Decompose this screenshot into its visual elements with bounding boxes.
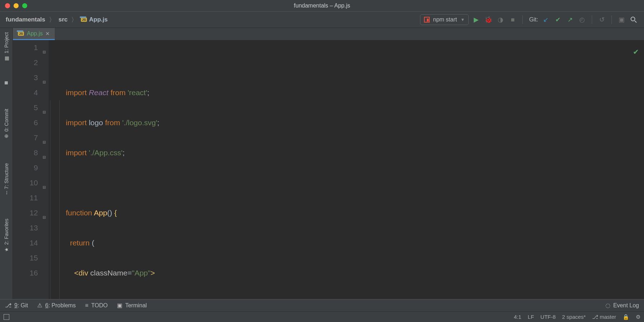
fold-icon[interactable]: ⊟ <box>41 44 46 49</box>
breadcrumb-file-label: App.js <box>89 16 108 23</box>
bottom-todo[interactable]: ≡TODO <box>85 302 108 309</box>
line-number: 2 <box>13 55 38 70</box>
branch-icon: ⎇ <box>592 314 598 320</box>
sidebar-commit-label: 0: Commit <box>4 109 9 132</box>
window-controls <box>0 3 27 8</box>
structure-icon: ⫶ <box>5 190 8 195</box>
coverage-button[interactable]: ◑ <box>496 15 505 24</box>
bottom-bar: ⎇9: Git ⚠6: Problems ≡TODO ▣Terminal ◌Ev… <box>0 299 644 311</box>
chevron-right-icon: 〉 <box>71 16 77 24</box>
line-number: 3 <box>13 70 38 85</box>
minimize-window-button[interactable] <box>14 3 19 8</box>
run-config-label: npm start <box>433 16 457 23</box>
fold-icon[interactable]: ⊟ <box>41 74 46 79</box>
ide-settings-button[interactable]: ▣ <box>617 15 626 24</box>
code-content[interactable]: import React from 'react'; import logo f… <box>49 40 644 299</box>
git-push-button[interactable]: ↗ <box>565 15 575 24</box>
git-branch[interactable]: ⎇ master <box>592 314 616 320</box>
editor-area: JS App.js ✕ 1 2 3 4 5 6 7 8 9 10 11 12 1… <box>13 28 644 299</box>
sidebar-project[interactable]: ▦1: Project <box>4 31 9 63</box>
left-sidebar: ▦1: Project ■ ⊕0: Commit ⫶7: Structure ★… <box>0 28 13 299</box>
chevron-down-icon: ▼ <box>460 17 465 22</box>
bottom-git[interactable]: ⎇9: Git <box>5 302 28 309</box>
line-number: 15 <box>13 250 38 265</box>
folder-icon[interactable]: ■ <box>4 79 8 87</box>
sidebar-commit[interactable]: ⊕0: Commit <box>4 107 9 140</box>
maximize-window-button[interactable] <box>22 3 27 8</box>
line-separator[interactable]: LF <box>528 314 534 320</box>
branch-icon: ⎇ <box>5 302 11 309</box>
sidebar-project-label: 1: Project <box>4 32 9 53</box>
fold-icon[interactable]: ⊟ <box>41 104 46 109</box>
breadcrumb-root[interactable]: fundamentals <box>6 16 45 23</box>
fold-icon[interactable]: ⊟ <box>41 150 46 155</box>
undo-button[interactable]: ↺ <box>597 15 606 24</box>
warning-icon: ⚠ <box>37 302 42 309</box>
line-number: 7 <box>13 130 38 145</box>
debug-button[interactable]: 🐞 <box>484 15 493 24</box>
line-number: 16 <box>13 265 38 280</box>
event-log-label: Event Log <box>613 302 639 309</box>
bubble-icon: ◌ <box>605 302 610 309</box>
close-tab-button[interactable]: ✕ <box>45 31 50 36</box>
bottom-terminal[interactable]: ▣Terminal <box>117 302 147 309</box>
breadcrumb[interactable]: fundamentals 〉 src 〉 JS App.js <box>6 16 108 24</box>
editor-tab-app-js[interactable]: JS App.js ✕ <box>13 28 55 40</box>
indent[interactable]: 2 spaces* <box>562 314 586 320</box>
bottom-todo-label: TODO <box>91 302 108 309</box>
code-editor[interactable]: 1 2 3 4 5 6 7 8 9 10 11 12 13 14 15 16 ⊟… <box>13 40 644 299</box>
window-title: fundamentals – App.js <box>294 3 350 9</box>
encoding[interactable]: UTF-8 <box>541 314 556 320</box>
status-bar: 4:1 LF UTF-8 2 spaces* ⎇ master 🔒 ⚙ <box>0 311 644 322</box>
inspection-ok-icon[interactable]: ✔ <box>633 44 639 59</box>
terminal-icon: ▣ <box>117 302 122 309</box>
breadcrumb-file[interactable]: JS App.js <box>81 16 108 23</box>
svg-point-0 <box>631 17 635 21</box>
history-button[interactable]: ◴ <box>577 15 587 24</box>
titlebar: fundamentals – App.js <box>0 0 644 11</box>
line-number: 8 <box>13 145 38 160</box>
lock-icon[interactable]: 🔒 <box>623 314 629 320</box>
run-button[interactable]: ▶ <box>472 15 481 24</box>
sidebar-structure[interactable]: ⫶7: Structure <box>4 162 9 195</box>
run-config-selector[interactable]: npm start ▼ <box>420 14 469 25</box>
sidebar-favorites[interactable]: ★2: Favorites <box>4 217 9 254</box>
fold-icon[interactable]: ⊟ <box>41 135 46 140</box>
line-number: 5 <box>13 100 38 115</box>
search-everywhere-button[interactable] <box>629 15 638 24</box>
sidebar-favorites-label: 2: Favorites <box>4 219 9 245</box>
line-number: 9 <box>13 160 38 175</box>
line-number: 10 <box>13 175 38 190</box>
line-number: 4 <box>13 85 38 100</box>
line-number: 13 <box>13 220 38 235</box>
js-file-icon: JS <box>81 18 87 22</box>
line-number: 12 <box>13 205 38 220</box>
git-commit-button[interactable]: ✔ <box>553 15 562 24</box>
ide-indicator-icon[interactable]: ⚙ <box>636 314 640 320</box>
search-icon <box>630 16 637 23</box>
npm-icon <box>424 17 430 23</box>
line-number: 6 <box>13 115 38 130</box>
svg-line-1 <box>635 21 636 23</box>
tab-label: App.js <box>27 30 43 37</box>
event-log[interactable]: ◌Event Log <box>605 302 639 309</box>
bottom-problems[interactable]: ⚠6: Problems <box>37 302 75 309</box>
fold-icon[interactable]: ⊟ <box>41 180 46 185</box>
commit-icon: ⊕ <box>4 133 9 139</box>
breadcrumb-dir[interactable]: src <box>59 16 68 23</box>
gutter[interactable]: 1 2 3 4 5 6 7 8 9 10 11 12 13 14 15 16 ⊟… <box>13 40 49 299</box>
close-window-button[interactable] <box>5 3 10 8</box>
tool-window-toggle[interactable] <box>4 314 9 320</box>
toolbar: fundamentals 〉 src 〉 JS App.js npm start… <box>0 11 644 28</box>
line-number: 1 <box>13 40 38 55</box>
stop-button[interactable]: ■ <box>508 15 517 24</box>
caret-position[interactable]: 4:1 <box>514 314 521 320</box>
js-file-icon: JS <box>18 31 24 36</box>
sidebar-structure-label: 7: Structure <box>4 163 9 189</box>
chevron-right-icon: 〉 <box>49 16 55 24</box>
line-number: 14 <box>13 235 38 250</box>
star-icon: ★ <box>4 247 9 253</box>
git-update-button[interactable]: ↙ <box>541 15 550 24</box>
list-icon: ≡ <box>85 302 88 309</box>
fold-icon[interactable]: ⊟ <box>41 210 46 215</box>
